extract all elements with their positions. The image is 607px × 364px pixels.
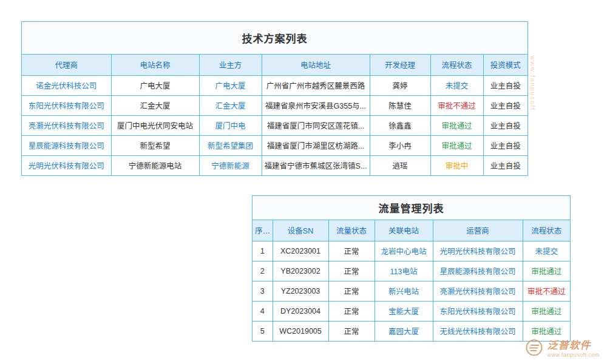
status-text: 审批通过 <box>531 268 561 276</box>
operator-cell: 无线光伏科技有限公司 <box>433 321 523 341</box>
status-cell: 审批通过 <box>523 301 570 321</box>
owner-cell: 汇金大厦 <box>199 95 262 115</box>
flow_status-text: 正常 <box>344 268 359 276</box>
station-cell: 嘉园大厦 <box>375 321 433 341</box>
agent-link[interactable]: 东阳光伏科技有限公司 <box>29 102 104 110</box>
flow_status-cell: 正常 <box>328 241 375 261</box>
index-cell: 5 <box>253 321 273 341</box>
tech-plan-table-panel: 技术方案列表 代理商电站名称业主方电站地址开发经理流程状态投资模式 诺金光伏科技… <box>21 21 528 176</box>
station-link[interactable]: 113电站 <box>390 268 418 276</box>
station_name-cell: 宁德新能源电站 <box>111 155 199 175</box>
status-cell: 审批通过 <box>430 135 483 155</box>
agent-cell: 东阳光伏科技有限公司 <box>22 95 111 115</box>
flow-management-table-title: 流量管理列表 <box>253 196 570 220</box>
operator-link[interactable]: 亮灏光伏科技有限公司 <box>439 288 515 296</box>
index-cell: 3 <box>253 281 273 301</box>
column-header-index: 序号 <box>253 220 273 241</box>
table-row: 2YB2023002正常113电站星辰能源科技有限公司审批通过 <box>253 261 570 281</box>
table-row: 诺金光伏科技公司广电大厦广电大厦广州省广州市越秀区麓景西路龚婷未提交业主自投 <box>22 75 527 95</box>
agent-link[interactable]: 星辰能源科技有限公司 <box>29 142 104 150</box>
device_sn-cell: DY2023004 <box>273 301 328 321</box>
agent-link[interactable]: 诺金光伏科技公司 <box>36 82 97 90</box>
table-row: 3YZ2023003正常新兴电站亮灏光伏科技有限公司审批不通过 <box>253 281 570 301</box>
station-link[interactable]: 嘉园大厦 <box>388 328 419 336</box>
flow_status-cell: 正常 <box>328 301 375 321</box>
address-text: 广州省广州市越秀区麓景西路 <box>266 82 365 90</box>
brand-site-url: www.fanpusoft.com <box>547 352 600 358</box>
invest_mode-text: 业主自投 <box>490 102 521 110</box>
status-text: 未提交 <box>446 82 469 90</box>
operator-link[interactable]: 光明光伏科技有限公司 <box>439 248 515 256</box>
index-text: 3 <box>260 287 265 295</box>
station_name-text: 厦门中电光伏同安电站 <box>117 122 193 130</box>
operator-link[interactable]: 东阳光伏科技有限公司 <box>439 308 515 316</box>
column-header-invest_mode: 投资模式 <box>483 55 527 75</box>
owner-link[interactable]: 广电大厦 <box>215 82 245 90</box>
operator-cell: 亮灏光伏科技有限公司 <box>433 281 523 301</box>
status-cell: 未提交 <box>523 241 570 261</box>
owner-cell: 广电大厦 <box>199 75 262 95</box>
station-link[interactable]: 新兴电站 <box>388 288 419 296</box>
station-cell: 龙岩中心电站 <box>375 241 433 261</box>
owner-link[interactable]: 厦门中电 <box>215 122 245 130</box>
device_sn-cell: XC2023001 <box>273 241 328 261</box>
station_name-text: 宁德新能源电站 <box>129 162 182 170</box>
station_name-cell: 汇金大厦 <box>111 95 199 115</box>
status-text: 审批通过 <box>531 328 561 336</box>
owner-cell: 宁德新能源 <box>199 155 262 175</box>
page: 技术方案列表 代理商电站名称业主方电站地址开发经理流程状态投资模式 诺金光伏科技… <box>0 0 607 364</box>
manager-cell: 陈慧佳 <box>370 95 430 115</box>
operator-link[interactable]: 无线光伏科技有限公司 <box>439 328 515 336</box>
column-header-station: 关联电站 <box>375 220 433 241</box>
address-cell: 福建省厦门市同安区莲花镇... <box>262 115 370 135</box>
column-header-station_name: 电站名称 <box>111 55 199 75</box>
device_sn-text: XC2023001 <box>280 247 320 255</box>
column-header-device_sn: 设备SN <box>273 220 328 241</box>
manager-cell: 逍瑶 <box>370 155 430 175</box>
tech-plan-table: 代理商电站名称业主方电站地址开发经理流程状态投资模式 诺金光伏科技公司广电大厦广… <box>22 55 527 175</box>
flow_status-cell: 正常 <box>328 261 375 281</box>
index-cell: 1 <box>253 241 273 261</box>
column-header-operator: 运营商 <box>433 220 523 241</box>
address-text: 福建省泉州市安溪县G355与... <box>265 102 366 110</box>
operator-link[interactable]: 星辰能源科技有限公司 <box>439 268 515 276</box>
station-cell: 113电站 <box>375 261 433 281</box>
address-cell: 福建省厦门市湖里区枋湖路... <box>262 135 370 155</box>
owner-link[interactable]: 新型希望集团 <box>208 142 253 150</box>
column-header-flow_status: 流量状态 <box>328 220 375 241</box>
owner-link[interactable]: 宁德新能源 <box>211 162 249 170</box>
agent-link[interactable]: 光明光伏科技有限公司 <box>29 162 104 170</box>
status-cell: 审批中 <box>430 155 483 175</box>
flow_status-cell: 正常 <box>328 281 375 301</box>
agent-link[interactable]: 亮灏光伏科技有限公司 <box>29 122 104 130</box>
status-cell: 审批通过 <box>430 115 483 135</box>
status-text: 审批通过 <box>441 142 472 150</box>
invest_mode-cell: 业主自投 <box>483 75 527 95</box>
agent-cell: 亮灏光伏科技有限公司 <box>22 115 111 135</box>
status-text: 审批中 <box>446 162 469 170</box>
status-cell: 审批不通过 <box>430 95 483 115</box>
manager-text: 龚婷 <box>392 82 407 90</box>
status-cell: 审批不通过 <box>523 281 570 301</box>
status-text: 审批通过 <box>441 122 472 130</box>
index-cell: 4 <box>253 301 273 321</box>
vertical-watermark: www.fanpusoft <box>529 56 536 111</box>
invest_mode-cell: 业主自投 <box>483 115 527 135</box>
column-header-owner: 业主方 <box>199 55 262 75</box>
owner-link[interactable]: 汇金大厦 <box>215 102 245 110</box>
station-link[interactable]: 宝能大厦 <box>388 308 419 316</box>
flow_status-text: 正常 <box>344 248 359 256</box>
column-header-status: 流程状态 <box>523 220 570 241</box>
station-link[interactable]: 龙岩中心电站 <box>381 248 426 256</box>
manager-text: 陈慧佳 <box>388 102 412 110</box>
index-text: 2 <box>260 267 265 275</box>
index-text: 5 <box>260 327 265 335</box>
table-row: 光明光伏科技有限公司宁德新能源电站宁德新能源福建省宁德市蕉城区张湾镇S...逍瑶… <box>22 155 527 175</box>
column-header-address: 电站地址 <box>262 55 370 75</box>
address-text: 福建省厦门市湖里区枋湖路... <box>267 142 364 150</box>
status-text: 审批通过 <box>531 308 561 316</box>
index-text: 4 <box>260 307 265 315</box>
manager-cell: 李小冉 <box>370 135 430 155</box>
index-cell: 2 <box>253 261 273 281</box>
flow_status-text: 正常 <box>344 308 359 316</box>
